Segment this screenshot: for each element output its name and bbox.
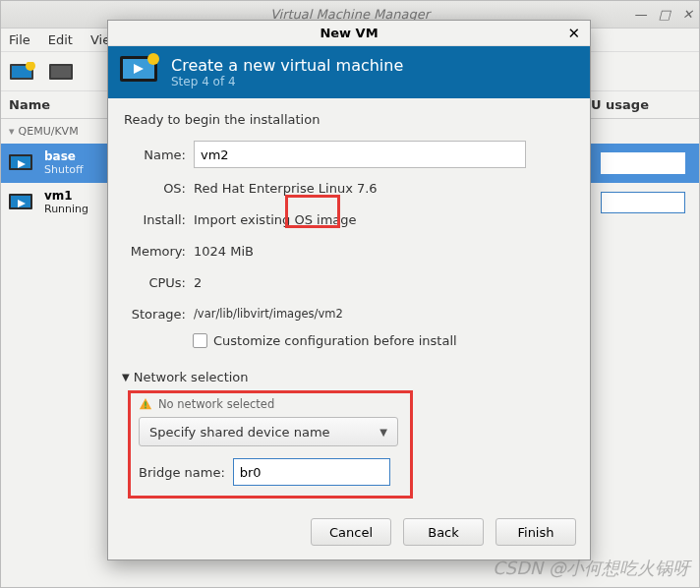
finish-button[interactable]: Finish (496, 518, 576, 546)
network-source-combo[interactable]: Specify shared device name ▼ (139, 417, 398, 446)
close-button[interactable]: ✕ (682, 7, 693, 22)
banner-step: Step 4 of 4 (171, 75, 403, 88)
svg-rect-4 (51, 66, 71, 78)
ready-text: Ready to begin the installation (124, 112, 576, 127)
memory-value: 1024 MiB (194, 244, 254, 259)
network-warning: No network selected (139, 397, 402, 411)
menu-file[interactable]: File (9, 32, 30, 47)
chevron-down-icon: ▼ (122, 372, 130, 382)
close-icon[interactable]: ✕ (567, 25, 580, 42)
network-highlight: No network selected Specify shared devic… (128, 390, 413, 499)
open-vm-icon[interactable] (48, 60, 76, 84)
vm-state: Running (44, 204, 88, 215)
window-buttons: — □ ✕ (634, 7, 693, 22)
memory-label: Memory: (122, 244, 186, 259)
cpu-usage-bar (601, 192, 685, 213)
dialog-title: New VM (320, 26, 378, 40)
new-vm-dialog: New VM ✕ Create a new virtual machine St… (107, 20, 591, 560)
banner-heading: Create a new virtual machine (171, 56, 403, 75)
install-value: Import existing OS image (194, 212, 357, 227)
vm-name: base (44, 150, 84, 163)
vm-icon (9, 152, 36, 174)
cpu-usage-bar (601, 152, 685, 174)
svg-point-14 (147, 53, 159, 65)
storage-value: /var/lib/libvirt/images/vm2 (194, 307, 343, 321)
dialog-titlebar: New VM ✕ (108, 21, 590, 46)
cancel-button[interactable]: Cancel (311, 518, 391, 546)
cpus-value: 2 (194, 275, 202, 290)
maximize-button[interactable]: □ (659, 7, 671, 22)
dialog-body: Ready to begin the installation Name: OS… (108, 98, 590, 508)
os-label: OS: (122, 181, 186, 196)
wizard-icon (120, 53, 159, 92)
dialog-banner: Create a new virtual machine Step 4 of 4 (108, 46, 590, 98)
vm-state: Shutoff (44, 164, 84, 176)
name-input[interactable] (194, 141, 526, 168)
vm-icon (9, 192, 36, 213)
dialog-footer: Cancel Back Finish (108, 508, 590, 559)
customize-row[interactable]: Customize configuration before install (193, 333, 576, 348)
chevron-down-icon: ▾ (9, 125, 15, 138)
svg-rect-17 (145, 407, 146, 409)
storage-label: Storage: (122, 307, 186, 322)
network-section-toggle[interactable]: ▼ Network selection (122, 370, 576, 384)
bridge-name-input[interactable] (233, 458, 390, 486)
menu-edit[interactable]: Edit (48, 32, 73, 47)
minimize-button[interactable]: — (634, 7, 647, 22)
customize-label: Customize configuration before install (213, 333, 457, 348)
install-label: Install: (122, 212, 186, 227)
bridge-label: Bridge name: (139, 465, 225, 480)
name-label: Name: (122, 147, 186, 162)
vm-name: vm1 (44, 190, 88, 203)
svg-rect-16 (145, 401, 146, 405)
cpus-label: CPUs: (122, 275, 186, 290)
combo-value: Specify shared device name (149, 425, 330, 440)
warning-icon (139, 397, 152, 411)
back-button[interactable]: Back (403, 518, 484, 546)
new-vm-icon[interactable] (9, 60, 36, 84)
os-value: Red Hat Enterprise Linux 7.6 (194, 181, 378, 196)
col-cpu[interactable]: U usage (591, 97, 699, 112)
customize-checkbox[interactable] (193, 333, 207, 348)
chevron-down-icon: ▼ (379, 427, 387, 438)
